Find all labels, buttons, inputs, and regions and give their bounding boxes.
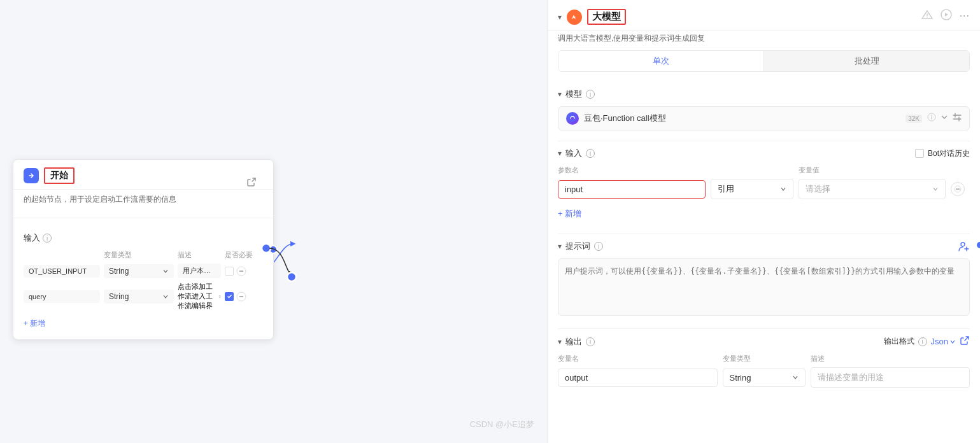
panel-header-actions: ···	[921, 9, 970, 23]
prompt-textarea[interactable]	[558, 258, 970, 316]
add-param-button[interactable]: + 新增	[558, 204, 970, 223]
output-header-name: 变量名	[558, 354, 718, 363]
row-actions-1	[225, 266, 263, 276]
panel-right-connector	[977, 242, 980, 248]
more-icon[interactable]: ···	[960, 10, 970, 22]
model-expand-btn[interactable]	[940, 113, 949, 124]
svg-point-4	[287, 272, 296, 281]
table-row: OT_USER_INPUT String 用户本轮对话输入内容	[24, 264, 263, 278]
model-settings-btn[interactable]	[953, 113, 962, 124]
output-info-icon[interactable]: i	[586, 337, 595, 346]
remove-param-btn[interactable]	[951, 182, 965, 196]
output-section-header: ▾ 输出 i 输出格式 i Json	[558, 335, 970, 348]
output-label: 输出	[565, 336, 582, 348]
start-node: 开始 的起始节点，用于设定启动工作流需要的信息 输入 i 变量类型 描述 是否必…	[13, 159, 274, 340]
prompt-user-icon[interactable]	[958, 241, 970, 252]
input-section-title: 输入 i	[24, 232, 263, 244]
params-row: input 引用 请选择	[558, 179, 970, 199]
model-info-btn[interactable]	[927, 113, 936, 124]
model-section-header: ▾ 模型 i	[558, 88, 970, 100]
model-collapse-icon[interactable]: ▾	[558, 90, 562, 99]
model-badge: 32K	[905, 115, 922, 123]
input-label-group: ▾ 输入 i	[558, 148, 595, 159]
tabs-container: 单次 批处理	[548, 50, 980, 81]
param-value-select[interactable]: 请选择	[799, 179, 946, 199]
required-checkbox-1[interactable]	[225, 267, 234, 276]
node-output-connector[interactable]	[269, 245, 278, 254]
add-row-button[interactable]: + 新增	[24, 316, 263, 332]
bot-history-label: Bot对话历史	[928, 148, 970, 159]
table-row: query String 点击添加工作流进入工作流编辑界	[24, 282, 263, 311]
model-name-text: 豆包·Function call模型	[584, 113, 900, 124]
output-type-select[interactable]: String	[723, 369, 806, 387]
var-name-2: query	[24, 290, 100, 303]
llm-panel: ▾ 大模型 ··· 调用大语言模型,使用变量和提示词生成回复	[547, 0, 980, 443]
panel-title-area: ▾ 大模型	[558, 9, 626, 25]
model-section: ▾ 模型 i 豆包·Function call模型 32K	[558, 88, 970, 130]
input-section: ▾ 输入 i Bot对话历史 参数名 变量值 input 引用	[558, 148, 970, 223]
required-checkbox-2[interactable]	[225, 292, 234, 301]
row-actions-2	[225, 292, 263, 302]
input-collapse-icon[interactable]: ▾	[558, 149, 562, 158]
panel-title-row: ▾ 大模型	[558, 9, 626, 25]
panel-body: ▾ 模型 i 豆包·Function call模型 32K	[548, 81, 980, 443]
model-label: 模型	[565, 88, 582, 100]
play-icon[interactable]	[941, 9, 952, 23]
export-icon[interactable]	[246, 177, 257, 190]
output-section: ▾ 输出 i 输出格式 i Json 变量	[558, 335, 970, 388]
tab-group: 单次 批处理	[558, 50, 970, 72]
prompt-section-header: ▾ 提示词 i	[558, 241, 970, 252]
output-header-type: 变量类型	[723, 354, 806, 363]
prompt-collapse-icon[interactable]: ▾	[558, 242, 562, 251]
bot-history-checkbox[interactable]	[915, 149, 924, 158]
input-section-header: ▾ 输入 i Bot对话历史	[558, 148, 970, 159]
start-node-header: 开始	[13, 160, 273, 190]
row-delete-icon-2[interactable]	[236, 292, 246, 302]
type-select-2[interactable]: String	[104, 290, 174, 304]
output-format-label: 输出格式	[884, 336, 914, 347]
sort-icon[interactable]	[218, 293, 221, 300]
output-format-group: 输出格式 i Json	[884, 335, 970, 348]
output-row: output String 请描述变量的用途	[558, 367, 970, 388]
param-type-select[interactable]: 引用	[711, 179, 793, 199]
tab-batch[interactable]: 批处理	[764, 51, 969, 71]
start-node-body: 输入 i 变量类型 描述 是否必要 OT_USER_INPUT String 用…	[13, 225, 273, 339]
output-export-icon[interactable]	[960, 335, 970, 348]
output-header-desc: 描述	[811, 354, 970, 363]
row-delete-icon-1[interactable]	[236, 266, 246, 276]
input-info-icon[interactable]: i	[43, 234, 52, 243]
prompt-label: 提示词	[565, 241, 590, 252]
watermark: CSDN @小E追梦	[470, 419, 534, 430]
type-select-1[interactable]: String	[104, 264, 174, 278]
llm-icon	[567, 10, 582, 25]
output-name: output	[558, 369, 718, 387]
warning-icon[interactable]	[921, 9, 933, 23]
prompt-toolbar	[958, 241, 970, 252]
panel-header: ▾ 大模型 ···	[548, 0, 980, 31]
prompt-info-icon[interactable]: i	[594, 242, 603, 251]
start-node-description: 的起始节点，用于设定启动工作流需要的信息	[13, 190, 273, 211]
svg-point-10	[961, 243, 965, 246]
param-header-name: 参数名	[558, 165, 706, 175]
model-select-row[interactable]: 豆包·Function call模型 32K	[558, 106, 970, 130]
output-format-select[interactable]: Json	[931, 337, 956, 346]
table-header: 变量类型 描述 是否必要	[24, 250, 263, 260]
tab-single[interactable]: 单次	[558, 51, 764, 71]
desc-editable-2: 点击添加工作流进入工作流编辑界	[178, 282, 221, 311]
start-node-title: 开始	[44, 167, 75, 184]
var-name-1: OT_USER_INPUT	[24, 265, 100, 278]
output-header-row: 变量名 变量类型 描述	[558, 354, 970, 363]
workflow-canvas: 开始 的起始节点，用于设定启动工作流需要的信息 输入 i 变量类型 描述 是否必…	[0, 0, 547, 443]
output-format-info-icon[interactable]: i	[918, 337, 927, 346]
panel-title-text: 大模型	[587, 9, 626, 25]
input-info-icon[interactable]: i	[586, 149, 595, 158]
params-header: 参数名 变量值	[558, 165, 970, 175]
collapse-chevron[interactable]: ▾	[558, 13, 562, 22]
input-label: 输入	[565, 148, 582, 159]
model-info-icon[interactable]: i	[586, 90, 595, 99]
bot-history-group: Bot对话历史	[915, 148, 970, 159]
param-name-input[interactable]: input	[558, 180, 706, 199]
output-collapse-icon[interactable]: ▾	[558, 337, 562, 346]
output-label-group: ▾ 输出 i	[558, 336, 595, 348]
param-header-value	[711, 165, 793, 175]
